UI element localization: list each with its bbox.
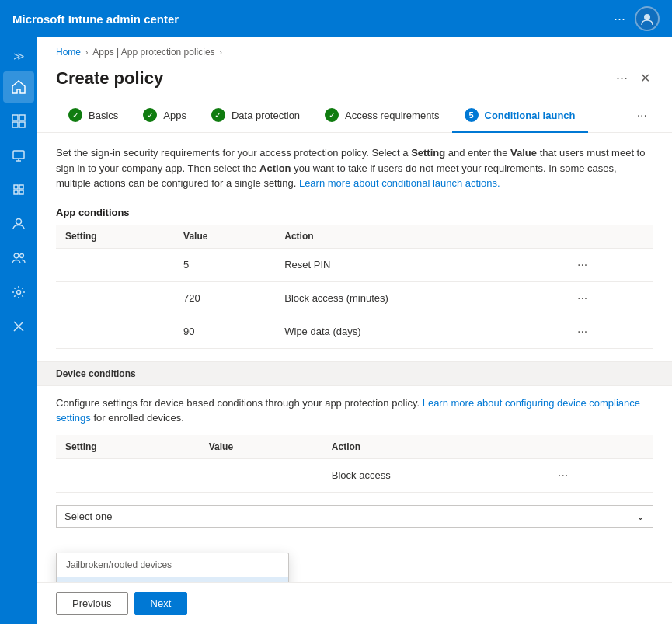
row3-menu-button[interactable]: ···: [573, 323, 592, 340]
svg-rect-4: [19, 122, 25, 127]
dev-row1-setting: [56, 458, 200, 492]
nav-groups[interactable]: [3, 242, 34, 274]
tabs-more-dots[interactable]: ···: [631, 103, 653, 129]
description-text: Set the sign-in security requirements fo…: [37, 133, 672, 204]
nav-home[interactable]: [3, 71, 34, 103]
access-check-icon: ✓: [325, 108, 339, 122]
row1-action: Reset PIN: [275, 248, 563, 281]
svg-rect-1: [12, 115, 18, 120]
apps-check-icon: ✓: [143, 108, 157, 122]
device-conditions-table: Setting Value Action Block access ···: [56, 435, 653, 493]
table-row: 720 Block access (minutes) ···: [56, 281, 653, 315]
dropdown-menu: Jailbroken/rooted devices Min OS version…: [56, 553, 289, 582]
col-action-header: Action: [275, 225, 563, 249]
panel-header-icons: ··· ✕: [613, 67, 653, 89]
chevron-icon-1: ›: [85, 48, 88, 57]
col-setting-header: Setting: [56, 225, 174, 249]
svg-rect-3: [12, 122, 18, 127]
tab-conditional-launch[interactable]: 5 Conditional launch: [452, 99, 588, 133]
wizard-tabs: ✓ Basics ✓ Apps ✓ Data protection ✓ Acce…: [37, 99, 672, 133]
nav-toggle[interactable]: ≫: [7, 44, 31, 68]
svg-point-6: [16, 219, 22, 225]
nav-dashboard[interactable]: [3, 106, 34, 137]
table-row: 5 Reset PIN ···: [56, 248, 653, 281]
dev-col-setting: Setting: [56, 435, 200, 459]
dev-row1-action: Block access: [322, 458, 544, 492]
tab-basics[interactable]: ✓ Basics: [56, 99, 131, 133]
dropdown-header-item: Jailbroken/rooted devices: [57, 553, 288, 577]
top-bar-dots[interactable]: ···: [614, 11, 625, 27]
breadcrumb-home[interactable]: Home: [56, 47, 81, 58]
col-value-header: Value: [174, 225, 275, 249]
previous-button[interactable]: Previous: [56, 592, 128, 615]
device-section-header: Device conditions: [37, 361, 672, 386]
basics-check-icon: ✓: [68, 108, 82, 122]
svg-rect-2: [19, 115, 25, 120]
app-conditions-table: Setting Value Action 5 Reset PIN ···: [56, 225, 653, 349]
tab-apps[interactable]: ✓ Apps: [131, 99, 199, 133]
breadcrumb-apps[interactable]: Apps | App protection policies: [92, 47, 214, 58]
nav-devices[interactable]: [3, 140, 34, 171]
svg-point-7: [14, 253, 19, 258]
tab-data-protection[interactable]: ✓ Data protection: [199, 99, 312, 133]
device-conditions-section: Setting Value Action Block access ···: [37, 435, 672, 505]
breadcrumb: Home › Apps | App protection policies ›: [37, 37, 672, 61]
dropdown-item-min-os[interactable]: Min OS version: [57, 577, 288, 582]
tab-conditional-label: Conditional launch: [485, 110, 576, 121]
chevron-down-icon: ⌄: [636, 511, 645, 522]
row3-setting: [56, 315, 174, 348]
conditional-step-icon: 5: [465, 108, 479, 122]
top-bar: Microsoft Intune admin center ···: [0, 0, 672, 37]
dev-col-value: Value: [200, 435, 322, 459]
tab-data-protection-label: Data protection: [232, 110, 300, 121]
row2-action: Block access (minutes): [275, 281, 563, 315]
close-button[interactable]: ✕: [637, 68, 653, 89]
row3-value: 90: [174, 315, 275, 348]
next-button[interactable]: Next: [134, 592, 188, 615]
top-bar-actions: ···: [614, 6, 660, 31]
data-protection-check-icon: ✓: [211, 108, 225, 122]
panel-header: Create policy ··· ✕: [37, 61, 672, 99]
tab-basics-label: Basics: [89, 110, 118, 121]
page-title: Create policy: [56, 68, 163, 89]
footer: Previous Next: [37, 582, 672, 624]
dev-row1-menu-button[interactable]: ···: [553, 467, 573, 484]
row1-value: 5: [174, 248, 275, 281]
content-scroll: Set the sign-in security requirements fo…: [37, 133, 672, 582]
col-actions-spacer: [563, 225, 653, 249]
tab-access-label: Access requirements: [345, 110, 439, 121]
avatar[interactable]: [635, 6, 660, 31]
table-row: 90 Wipe data (days) ···: [56, 315, 653, 348]
row1-setting: [56, 248, 174, 281]
panel-dots-button[interactable]: ···: [613, 67, 631, 89]
app-conditions-section: App conditions Setting Value Action: [37, 204, 672, 361]
left-nav: ≫: [0, 37, 37, 624]
setting-select[interactable]: Select one ⌄: [56, 505, 653, 528]
dev-row1-value: [200, 458, 322, 492]
dev-col-spacer: [544, 435, 653, 459]
nav-settings[interactable]: [3, 277, 34, 308]
tab-apps-label: Apps: [163, 110, 186, 121]
table-row: Block access ···: [56, 458, 653, 492]
tab-access-requirements[interactable]: ✓ Access requirements: [312, 99, 451, 133]
chevron-icon-2: ›: [220, 48, 222, 57]
dev-col-action: Action: [322, 435, 544, 459]
svg-point-8: [20, 254, 24, 258]
nav-close[interactable]: [3, 311, 34, 342]
app-section-label: App conditions: [56, 204, 653, 225]
select-placeholder: Select one: [64, 511, 112, 522]
svg-point-9: [17, 291, 21, 295]
svg-point-0: [644, 14, 650, 20]
nav-apps[interactable]: [3, 174, 34, 205]
row1-menu-button[interactable]: ···: [573, 256, 592, 274]
app-layout: ≫ Home › Apps: [0, 37, 672, 624]
nav-users[interactable]: [3, 208, 34, 239]
learn-more-link[interactable]: Learn more about conditional launch acti…: [299, 177, 500, 189]
row2-value: 720: [174, 281, 275, 315]
device-desc: Configure settings for device based cond…: [37, 386, 672, 435]
row2-menu-button[interactable]: ···: [573, 290, 592, 307]
app-title: Microsoft Intune admin center: [12, 12, 614, 26]
row2-setting: [56, 281, 174, 315]
svg-rect-5: [13, 151, 24, 159]
row3-action: Wipe data (days): [275, 315, 563, 348]
